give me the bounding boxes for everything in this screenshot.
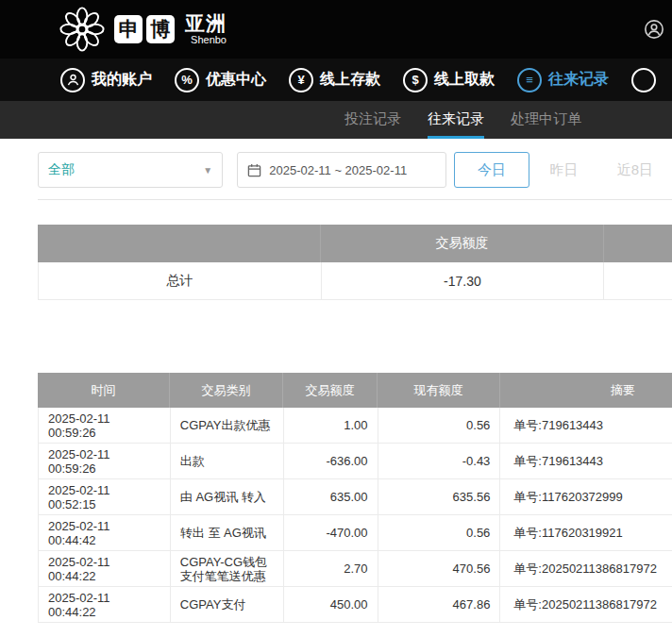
filter-bar: 全部 ▼ 2025-02-11 ~ 2025-02-11 今日 昨日 近8日: [38, 152, 672, 188]
cell-balance: 0.56: [378, 408, 501, 444]
flower-logo-icon: [59, 6, 106, 53]
summary-header-spacer: [38, 225, 321, 262]
cell-time: 2025-02-11 00:44:22: [39, 587, 171, 623]
type-dropdown[interactable]: 全部 ▼: [38, 152, 223, 188]
cell-amount: -636.00: [284, 444, 378, 479]
logo-characters: 申 博: [114, 15, 175, 43]
cell-type: 转出 至 AG视讯: [171, 515, 284, 551]
cell-amount: 450.00: [284, 587, 378, 623]
nav-label: 线上存款: [320, 70, 380, 90]
cell-summary: 单号:20250211386817972: [500, 587, 672, 623]
header-type: 交易类别: [170, 373, 283, 408]
nav-item-my-account[interactable]: 我的账户: [60, 68, 152, 92]
summary-empty-cell: [604, 262, 672, 300]
records-icon: ≡: [517, 68, 542, 92]
logo-region-text: 亚洲: [185, 13, 227, 34]
cell-time: 2025-02-11 00:52:15: [39, 479, 171, 515]
date-range-picker[interactable]: 2025-02-11 ~ 2025-02-11: [237, 152, 446, 188]
cell-amount: -470.00: [284, 515, 378, 551]
cell-summary: 单号:117620372999: [500, 479, 672, 515]
cell-balance: 635.56: [378, 479, 501, 515]
header-balance: 现有额度: [378, 373, 500, 408]
cell-time: 2025-02-11 00:44:22: [39, 551, 171, 587]
main-navigation: 我的账户 % 优惠中心 ¥ 线上存款 $ 线上取款 ≡ 往来记录: [0, 59, 672, 101]
table-row: 2025-02-11 00:44:22 CGPAY-CG钱包支付笔笔送优惠 2.…: [38, 551, 672, 587]
cell-balance: 470.56: [378, 551, 501, 587]
summary-header-spacer: [604, 225, 672, 262]
logo-char-shen: 申: [114, 15, 143, 43]
tab-transaction-records[interactable]: 往来记录: [428, 101, 484, 139]
top-header: 申 博 亚洲 Shenbo: [0, 0, 672, 59]
cell-balance: 0.56: [378, 515, 501, 551]
yesterday-button[interactable]: 昨日: [529, 152, 597, 188]
cell-summary: 单号:20250211386817972: [500, 551, 672, 587]
nav-item-withdraw[interactable]: $ 线上取款: [403, 68, 495, 92]
nav-item-deposit[interactable]: ¥ 线上存款: [289, 68, 380, 92]
cell-summary: 单号:719613443: [500, 408, 672, 444]
records-tab-bar: 投注记录 往来记录 处理中订单: [0, 101, 672, 139]
user-circle-icon: [644, 19, 664, 40]
cell-amount: 2.70: [284, 551, 378, 587]
section-divider: [38, 199, 672, 200]
transactions-table: 时间 交易类别 交易额度 现有额度 摘要 2025-02-11 00:59:26…: [38, 373, 672, 623]
promo-icon: %: [175, 68, 199, 92]
tab-betting-records[interactable]: 投注记录: [344, 101, 401, 139]
table-row: 2025-02-11 00:44:22 CGPAY支付 450.00 467.8…: [38, 587, 672, 623]
type-dropdown-value: 全部: [48, 161, 75, 178]
calendar-icon: [247, 163, 261, 177]
summary-total-row: 总计 -17.30: [38, 262, 672, 300]
header-time: 时间: [38, 373, 170, 408]
table-row: 2025-02-11 00:59:26 CGPAY出款优惠 1.00 0.56 …: [38, 408, 672, 444]
summary-total-label: 总计: [39, 262, 322, 300]
cell-summary: 单号:719613443: [500, 444, 672, 479]
today-button[interactable]: 今日: [454, 152, 529, 188]
transactions-section: 时间 交易类别 交易额度 现有额度 摘要 2025-02-11 00:59:26…: [38, 373, 672, 623]
summary-section: 交易额度 总计 -17.30: [38, 225, 672, 300]
table-row: 2025-02-11 00:59:26 出款 -636.00 -0.43 单号:…: [38, 444, 672, 479]
tab-processing-orders[interactable]: 处理中订单: [511, 101, 581, 139]
partial-icon: [631, 68, 656, 92]
table-row: 2025-02-11 00:44:42 转出 至 AG视讯 -470.00 0.…: [38, 515, 672, 551]
nav-item-partial[interactable]: [631, 68, 656, 92]
cell-balance: 467.86: [378, 587, 501, 623]
site-logo[interactable]: 申 博 亚洲 Shenbo: [59, 6, 227, 53]
logo-region-block: 亚洲 Shenbo: [185, 13, 227, 45]
account-button[interactable]: [644, 19, 664, 43]
nav-item-records[interactable]: ≡ 往来记录: [517, 68, 609, 92]
cell-type: CGPAY-CG钱包支付笔笔送优惠: [171, 551, 284, 587]
summary-total-value: -17.30: [322, 262, 605, 300]
nav-label: 优惠中心: [206, 70, 266, 90]
cell-time: 2025-02-11 00:59:26: [39, 408, 171, 444]
nav-item-promotions[interactable]: % 优惠中心: [175, 68, 266, 92]
withdraw-icon: $: [403, 68, 428, 92]
cell-type: CGPAY出款优惠: [171, 408, 284, 444]
cell-type: 出款: [171, 444, 284, 479]
cell-time: 2025-02-11 00:44:42: [39, 515, 171, 551]
cell-amount: 635.00: [284, 479, 378, 515]
date-range-value: 2025-02-11 ~ 2025-02-11: [269, 163, 407, 177]
cell-amount: 1.00: [284, 408, 378, 444]
nav-label: 往来记录: [548, 70, 609, 90]
user-icon: [60, 68, 85, 92]
deposit-icon: ¥: [289, 68, 313, 92]
logo-subtitle: Shenbo: [191, 34, 227, 45]
summary-table: 交易额度 总计 -17.30: [38, 225, 672, 300]
table-row: 2025-02-11 00:52:15 由 AG视讯 转入 635.00 635…: [38, 479, 672, 515]
cell-time: 2025-02-11 00:59:26: [39, 444, 171, 479]
header-summary: 摘要: [500, 373, 672, 408]
summary-header-amount: 交易额度: [321, 225, 604, 262]
chevron-down-icon: ▼: [203, 165, 212, 176]
nav-label: 我的账户: [92, 70, 152, 90]
logo-char-bo: 博: [146, 15, 175, 43]
cell-summary: 单号:117620319921: [500, 515, 672, 551]
summary-header-row: 交易额度: [38, 225, 672, 262]
table-header-row: 时间 交易类别 交易额度 现有额度 摘要: [38, 373, 672, 408]
header-amount: 交易额度: [283, 373, 378, 408]
cell-balance: -0.43: [378, 444, 501, 479]
last-8-days-button[interactable]: 近8日: [598, 152, 672, 188]
cell-type: CGPAY支付: [171, 587, 284, 623]
nav-label: 线上取款: [434, 70, 495, 90]
cell-type: 由 AG视讯 转入: [171, 479, 284, 515]
